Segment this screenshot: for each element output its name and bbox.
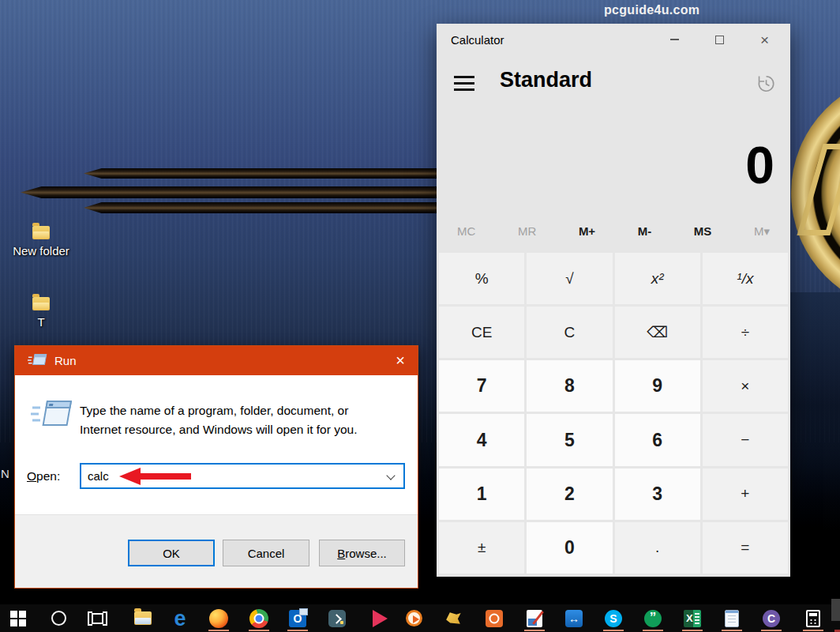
taskbar-item-media-play[interactable]	[368, 608, 388, 629]
cancel-button[interactable]: Cancel	[223, 540, 309, 566]
run-dialog-title: Run	[54, 354, 77, 367]
taskbar-item-file-explorer[interactable]	[133, 608, 153, 629]
cortana-icon	[51, 611, 66, 626]
run-dialog-titlebar[interactable]: Run ×	[15, 346, 418, 375]
run-dialog-icon	[31, 397, 72, 434]
key-0[interactable]: 0	[527, 522, 612, 574]
system-tray-edge[interactable]	[831, 599, 840, 621]
hamburger-icon	[454, 76, 474, 78]
taskbar-item-excel[interactable]: X	[682, 608, 703, 629]
screen-recorder-icon	[486, 610, 503, 627]
desktop-icon-t[interactable]: T	[3, 297, 79, 329]
open-input-value[interactable]: calc	[88, 469, 109, 483]
play-icon	[373, 610, 388, 627]
key-7[interactable]: 7	[439, 360, 524, 412]
taskbar-item-calculator[interactable]	[803, 608, 823, 629]
wallpaper-pen-3	[84, 202, 439, 213]
menu-button[interactable]	[454, 76, 474, 91]
key-8[interactable]: 8	[527, 360, 612, 412]
calculator-window: Calculator × Standard 0 MC MR M+ M- MS	[437, 24, 790, 577]
key-backspace[interactable]: ⌫	[615, 307, 700, 358]
key-plus-minus[interactable]: ±	[439, 522, 524, 574]
folder-icon	[32, 297, 50, 310]
taskbar-item-outlook[interactable]: O	[287, 608, 308, 629]
key-4[interactable]: 4	[439, 414, 524, 465]
run-close-button[interactable]: ×	[383, 346, 418, 375]
taskbar-item-firefox[interactable]	[208, 608, 229, 629]
minimize-button[interactable]	[652, 24, 697, 55]
history-button[interactable]	[756, 73, 776, 94]
calculator-mode-title: Standard	[500, 68, 592, 92]
skype-icon: S	[605, 610, 622, 627]
run-description-line1: Type the name of a program, folder, docu…	[80, 401, 358, 420]
taskbar-item-bittorrent[interactable]: C	[761, 608, 782, 629]
taskbar-item-edge[interactable]: e	[170, 608, 190, 629]
ok-button[interactable]: OK	[128, 540, 215, 566]
key-percent[interactable]: %	[439, 253, 524, 304]
start-button[interactable]	[8, 608, 28, 629]
download-manager-icon	[445, 611, 462, 625]
key-5[interactable]: 5	[527, 414, 612, 465]
key-decimal[interactable]: .	[615, 522, 700, 574]
taskbar-item-power-media[interactable]	[403, 608, 424, 629]
bittorrent-icon: C	[763, 610, 780, 627]
memory-flyout-button[interactable]: M▾	[751, 223, 773, 240]
run-description: Type the name of a program, folder, docu…	[80, 401, 358, 439]
browse-button[interactable]: Browse...	[319, 540, 405, 566]
key-6[interactable]: 6	[615, 414, 700, 465]
annotation-arrow	[119, 468, 192, 485]
key-add[interactable]: +	[703, 468, 788, 520]
taskbar-item-paint[interactable]	[524, 608, 545, 629]
arrow-tail	[139, 473, 191, 480]
firefox-icon	[209, 609, 228, 628]
key-reciprocal[interactable]: ¹/x	[703, 253, 788, 304]
wallpaper-emblem-mark	[797, 144, 840, 235]
key-square[interactable]: x²	[615, 253, 700, 304]
run-description-line2: Internet resource, and Windows will open…	[80, 420, 358, 439]
open-field-label: Open:	[27, 469, 60, 483]
key-clear-entry[interactable]: CE	[439, 307, 524, 358]
memory-add-button[interactable]: M+	[576, 223, 598, 240]
taskbar-item-hangouts[interactable]: ”	[643, 608, 663, 629]
taskbar-item-task-view[interactable]	[87, 608, 107, 629]
key-multiply[interactable]: ×	[703, 360, 788, 412]
watermark-text: pcguide4u.com	[604, 3, 699, 17]
taskbar-item-chrome[interactable]	[249, 608, 269, 629]
taskbar-item-skype[interactable]: S	[603, 608, 624, 629]
taskbar-item-video-editor[interactable]	[327, 608, 347, 629]
key-9[interactable]: 9	[615, 360, 700, 412]
open-combobox[interactable]: calc	[80, 463, 405, 489]
desktop-screen: pcguide4u.com New folder T N Calculator …	[0, 0, 840, 632]
calculator-window-title: Calculator	[451, 33, 504, 47]
memory-button-row: MC MR M+ M- MS M▾	[454, 223, 773, 240]
key-subtract[interactable]: −	[703, 414, 788, 465]
key-square-root[interactable]: √	[527, 253, 612, 304]
taskbar-item-download-manager[interactable]	[443, 608, 463, 629]
wallpaper-pen-1	[84, 168, 439, 179]
memory-recall-button[interactable]: MR	[515, 223, 539, 240]
maximize-button[interactable]	[697, 24, 742, 55]
taskbar-item-teamviewer[interactable]: ↔	[564, 608, 584, 629]
taskbar-item-cortana[interactable]	[48, 608, 69, 629]
calculator-titlebar[interactable]: Calculator ×	[437, 24, 790, 55]
video-editor-icon	[328, 610, 346, 627]
key-clear[interactable]: C	[527, 307, 612, 358]
paint-icon	[527, 610, 542, 627]
history-icon	[756, 73, 776, 94]
desktop-icon-new-folder[interactable]: New folder	[3, 226, 79, 258]
windows-logo-icon	[10, 611, 26, 626]
edge-icon: e	[174, 609, 186, 628]
chevron-down-icon[interactable]	[386, 471, 395, 480]
key-divide[interactable]: ÷	[703, 307, 788, 358]
key-3[interactable]: 3	[615, 468, 700, 520]
memory-store-button[interactable]: MS	[691, 223, 715, 240]
key-2[interactable]: 2	[527, 468, 612, 520]
media-player-icon	[406, 610, 422, 626]
taskbar-item-notepad[interactable]	[722, 608, 742, 629]
memory-subtract-button[interactable]: M-	[635, 223, 655, 240]
key-equals[interactable]: =	[703, 522, 788, 574]
key-1[interactable]: 1	[439, 468, 524, 520]
close-button[interactable]: ×	[742, 24, 787, 55]
memory-clear-button[interactable]: MC	[454, 223, 478, 240]
taskbar-item-screen-recorder[interactable]	[484, 608, 504, 629]
